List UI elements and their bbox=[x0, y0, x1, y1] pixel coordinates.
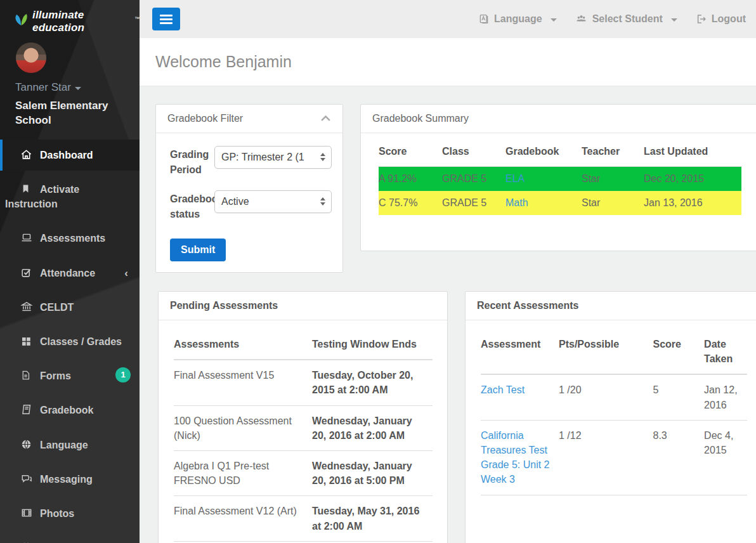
student-name: Tanner Star bbox=[15, 81, 71, 94]
laptop-icon bbox=[20, 232, 32, 244]
pending-assessments-title: Pending Assessments bbox=[170, 300, 278, 311]
last-updated-cell: Jan 13, 2016 bbox=[644, 191, 741, 215]
select-stepper-icon bbox=[320, 153, 325, 161]
logout-icon bbox=[695, 13, 707, 25]
date-taken-cell: Jan 12, 2016 bbox=[704, 374, 747, 420]
assessment-link[interactable]: California Treasures Test Grade 5: Unit … bbox=[481, 430, 550, 485]
select-student-dropdown[interactable]: Select Student bbox=[575, 13, 677, 25]
chevron-left-icon[interactable]: ‹ bbox=[124, 266, 128, 282]
table-row: 100 Question Assessment (Nick) Wednesday… bbox=[174, 405, 433, 450]
col-header-class: Class bbox=[442, 146, 505, 167]
globe-icon bbox=[20, 438, 32, 450]
table-row: Final Assessment V12 (Art) Tuesday, May … bbox=[174, 496, 433, 541]
home-icon bbox=[20, 148, 32, 160]
student-switcher[interactable]: Tanner Star bbox=[15, 81, 140, 94]
logout-button[interactable]: Logout bbox=[695, 13, 746, 25]
window-ends-cell: Wednesday, January 20, 2016 at 2:00 AM bbox=[312, 405, 433, 450]
select-stepper-icon bbox=[320, 197, 325, 206]
collapse-chevron-up-icon[interactable] bbox=[320, 113, 331, 124]
assessment-name-cell: Algebra I Q1 Pre-test FRESNO USD bbox=[174, 450, 312, 495]
brand-trademark: ™ bbox=[134, 16, 140, 22]
col-header-assessment: Assessment bbox=[481, 329, 559, 374]
last-updated-cell: Dec 20, 2015 bbox=[644, 167, 741, 192]
class-cell: GRADE 5 bbox=[442, 191, 505, 215]
gradebook-filter-title: Gradebook Filter bbox=[167, 113, 243, 124]
language-dropdown[interactable]: Language bbox=[478, 13, 557, 25]
sidebar-item-messaging[interactable]: Messaging bbox=[0, 464, 140, 495]
caret-down-icon bbox=[551, 18, 557, 22]
assessment-link[interactable]: Zach Test bbox=[481, 384, 525, 395]
gradebook-status-row: Gradebook status Active bbox=[170, 192, 329, 236]
gradebook-summary-header: Gradebook Summary bbox=[361, 105, 756, 133]
recent-assessments-panel: Recent Assessments Assessment Pts/Possib… bbox=[465, 291, 756, 543]
col-header-gradebook: Gradebook bbox=[505, 146, 582, 167]
sidebar-item-schedule[interactable]: Schedule bbox=[0, 532, 140, 543]
table-row: Final Assessment V15 Tuesday, October 20… bbox=[174, 360, 433, 405]
content-area: Gradebook Filter Grading Period GP: Trim… bbox=[140, 86, 756, 543]
sidebar: illuminate education ™ Tanner Star Salem… bbox=[0, 0, 140, 543]
chat-bubbles-icon bbox=[20, 473, 32, 485]
sidebar-item-activate-instruction[interactable]: Activate Instruction bbox=[0, 174, 140, 219]
col-header-score: Score bbox=[653, 329, 705, 374]
sidebar-item-classes-grades[interactable]: Classes / Grades bbox=[0, 326, 140, 357]
select-student-label: Select Student bbox=[592, 13, 663, 25]
gradebook-summary-title: Gradebook Summary bbox=[372, 113, 469, 124]
submit-button[interactable]: Submit bbox=[170, 239, 226, 261]
welcome-bar: Welcome Benjamin bbox=[140, 38, 756, 86]
score-cell: 8.3 bbox=[653, 420, 705, 495]
grading-period-select[interactable]: GP: Trimester 2 (1 bbox=[214, 146, 332, 169]
table-row: A 91.2% GRADE 5 ELA Star Dec 20, 2015 bbox=[379, 167, 741, 192]
recent-assessments-header: Recent Assessments bbox=[466, 292, 756, 320]
assessment-name-cell: Final Assessment V12 (Art) bbox=[174, 496, 312, 541]
gradebook-filter-body: Grading Period GP: Trimester 2 (1 Gradeb… bbox=[156, 133, 342, 261]
sidebar-item-gradebook[interactable]: Gradebook bbox=[0, 395, 140, 426]
table-row: Zach Test 1 /20 5 Jan 12, 2016 bbox=[481, 374, 747, 420]
gradebook-status-select[interactable]: Active bbox=[214, 190, 332, 213]
school-name: Salem Elementary School bbox=[15, 99, 124, 128]
main-area: Language Select Student Logout bbox=[140, 0, 756, 543]
app-root: illuminate education ™ Tanner Star Salem… bbox=[0, 0, 756, 543]
col-header-pts-possible: Pts/Possible bbox=[559, 329, 653, 374]
topbar-links: Language Select Student Logout bbox=[478, 13, 746, 25]
gradebook-summary-panel: Gradebook Summary Score Class Gradebook … bbox=[360, 104, 756, 251]
illuminate-butterfly-logo-icon bbox=[13, 13, 29, 30]
pts-possible-cell: 1 /20 bbox=[559, 374, 653, 420]
gradebook-link[interactable]: Math bbox=[505, 197, 528, 208]
col-header-testing-window-ends: Testing Window Ends bbox=[312, 329, 433, 360]
date-taken-cell: Dec 4, 2015 bbox=[704, 420, 747, 495]
assessment-name-cell: Final Assessment V15 bbox=[174, 360, 312, 405]
student-avatar[interactable] bbox=[15, 42, 47, 74]
document-icon bbox=[20, 369, 32, 381]
sidebar-item-language[interactable]: Language bbox=[0, 429, 140, 461]
col-header-teacher: Teacher bbox=[582, 146, 644, 167]
caret-down-icon bbox=[671, 18, 677, 22]
table-row: California Treasures Test Grade 5: Unit … bbox=[481, 420, 747, 495]
sidebar-item-assessments[interactable]: Assessments bbox=[0, 223, 140, 254]
col-header-last-updated: Last Updated bbox=[644, 146, 741, 167]
sidebar-item-photos[interactable]: Photos bbox=[0, 498, 140, 529]
pending-assessments-header: Pending Assessments bbox=[159, 292, 447, 320]
sidebar-item-dashboard[interactable]: Dashboard bbox=[0, 140, 140, 171]
logout-label: Logout bbox=[712, 13, 746, 25]
assessment-name-cell: 100 Question Assessment (Nick) bbox=[174, 405, 312, 450]
window-ends-cell: Wednesday, January 20, 2016 at 5:00 PM bbox=[312, 450, 433, 495]
forms-count-badge: 1 bbox=[115, 367, 131, 383]
pending-assessments-panel: Pending Assessments Assessments Testing … bbox=[158, 291, 448, 543]
users-group-icon bbox=[575, 13, 588, 25]
table-row: C 75.7% GRADE 5 Math Star Jan 13, 2016 bbox=[379, 191, 741, 215]
sidebar-toggle-button[interactable] bbox=[152, 8, 180, 30]
recent-assessments-title: Recent Assessments bbox=[477, 300, 578, 311]
class-cell: GRADE 5 bbox=[442, 167, 505, 192]
sidebar-item-forms[interactable]: Forms 1 bbox=[0, 360, 140, 391]
grid-icon bbox=[20, 336, 32, 347]
pts-possible-cell: 1 /12 bbox=[559, 420, 653, 495]
language-label: Language bbox=[494, 13, 542, 25]
gradebook-filter-panel: Gradebook Filter Grading Period GP: Trim… bbox=[155, 104, 343, 273]
gradebook-filter-header: Gradebook Filter bbox=[156, 105, 342, 133]
gradebook-link[interactable]: ELA bbox=[505, 173, 525, 184]
sidebar-item-attendance[interactable]: Attendance ‹ bbox=[0, 258, 140, 289]
gradebook-summary-table: Score Class Gradebook Teacher Last Updat… bbox=[379, 146, 741, 215]
score-cell: A 91.2% bbox=[379, 167, 442, 192]
col-header-score: Score bbox=[379, 146, 442, 167]
sidebar-item-celdt[interactable]: CELDT bbox=[0, 292, 140, 323]
